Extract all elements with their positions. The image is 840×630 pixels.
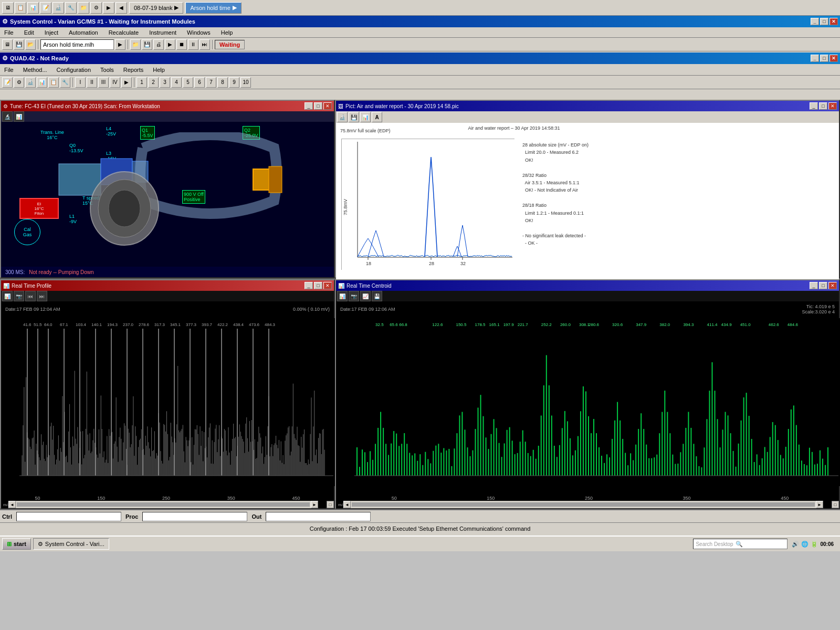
tb-stop[interactable]: ⏹ — [176, 39, 187, 50]
quad-menu-method[interactable]: Method... — [21, 66, 49, 74]
tb-open[interactable]: 📁 — [130, 39, 141, 50]
start-button[interactable]: ⊞ start — [2, 538, 31, 550]
quad-tb-1[interactable]: 📝 — [2, 77, 13, 88]
menu-help[interactable]: Help — [219, 29, 235, 36]
icon-5[interactable]: 🔬 — [52, 2, 64, 14]
quad-tb-21[interactable]: 10 — [240, 77, 251, 88]
rtp-scroll-track[interactable] — [17, 502, 310, 507]
icon-3[interactable]: 📊 — [27, 2, 39, 14]
rtc-tb-4[interactable]: 💾 — [372, 291, 382, 301]
rtp-scroll-left[interactable]: ◄ — [8, 501, 16, 508]
menu-instrument[interactable]: Instrument — [147, 29, 178, 36]
icon-2[interactable]: 📋 — [15, 2, 26, 14]
rtp-tb-3[interactable]: ⏮ — [25, 291, 36, 301]
quad-menu-help[interactable]: Help — [151, 66, 167, 74]
quad-tb-9[interactable]: III — [98, 77, 109, 88]
tab-blank[interactable]: 08-07-19 blank ▶ — [129, 2, 183, 14]
quad-menu-file[interactable]: File — [2, 66, 16, 74]
quad-tb-19[interactable]: 8 — [217, 77, 228, 88]
icon-9[interactable]: ▶ — [103, 2, 114, 14]
quad-minimize-btn[interactable]: _ — [811, 55, 819, 62]
icon-6[interactable]: 🔧 — [65, 2, 77, 14]
rtp-scrollbar[interactable]: ◄ ► — [8, 501, 318, 508]
icon-7[interactable]: 📁 — [78, 2, 89, 14]
rtp-scroll-right[interactable]: ► — [311, 501, 318, 508]
rtp-maximize[interactable]: □ — [314, 282, 322, 289]
menu-windows[interactable]: Windows — [185, 29, 213, 36]
quad-tb-13[interactable]: 2 — [148, 77, 159, 88]
toolbar-btn-1[interactable]: 🖥 — [2, 39, 13, 50]
quad-tb-18[interactable]: 7 — [206, 77, 216, 88]
tb-next[interactable]: ⏭ — [200, 39, 210, 50]
quad-tb-17[interactable]: 6 — [194, 77, 205, 88]
quad-tb-11[interactable]: ▶ — [121, 77, 132, 88]
menu-automation[interactable]: Automation — [67, 29, 100, 36]
icon-4[interactable]: 📝 — [40, 2, 51, 14]
quad-maximize-btn[interactable]: □ — [820, 55, 828, 62]
quad-tb-6[interactable]: 🔧 — [60, 77, 70, 88]
rtp-tb-1[interactable]: 📊 — [2, 291, 13, 301]
tune-tb-1[interactable]: 🔬 — [2, 111, 13, 122]
icon-1[interactable]: 🖥 — [2, 2, 14, 14]
icon-8[interactable]: ⚙ — [90, 2, 102, 14]
tb-print[interactable]: 🖨 — [153, 39, 164, 50]
rtp-close[interactable]: ✕ — [323, 282, 332, 289]
filepath-field[interactable]: Arson hold time.mlh — [40, 39, 114, 50]
tune-minimize[interactable]: _ — [304, 102, 313, 110]
taskbar-app-sysctl[interactable]: ⚙ System Control - Vari... — [33, 538, 109, 550]
menu-edit[interactable]: Edit — [22, 29, 36, 36]
close-btn[interactable]: ✕ — [830, 18, 838, 25]
pic-tb-4[interactable]: A — [372, 112, 382, 122]
quad-tb-5[interactable]: 📋 — [48, 77, 59, 88]
rtc-scroll-right[interactable]: ► — [816, 501, 823, 508]
menu-inject[interactable]: Inject — [43, 29, 60, 36]
tune-close[interactable]: ✕ — [323, 102, 332, 110]
quad-tb-16[interactable]: 5 — [183, 77, 193, 88]
tb-play[interactable]: ▶ — [165, 39, 175, 50]
quad-tb-4[interactable]: 📊 — [37, 77, 47, 88]
tab-arson[interactable]: Arson hold time ▶ — [185, 2, 241, 14]
quad-close-btn[interactable]: ✕ — [830, 55, 838, 62]
quad-tb-14[interactable]: 3 — [160, 77, 170, 88]
quad-tb-7[interactable]: I — [75, 77, 86, 88]
pic-tb-3[interactable]: 📊 — [360, 112, 371, 122]
quad-menu-reports[interactable]: Reports — [121, 66, 146, 74]
tb-save[interactable]: 💾 — [142, 39, 152, 50]
rtc-scroll-left[interactable]: ◄ — [343, 501, 351, 508]
pic-tb-1[interactable]: 🔬 — [337, 112, 348, 122]
pic-maximize[interactable]: □ — [819, 102, 827, 110]
menu-recalculate[interactable]: Recalculate — [107, 29, 141, 36]
rtc-scroll-track[interactable] — [352, 502, 815, 507]
icon-10[interactable]: ◀ — [116, 2, 127, 14]
rtc-tb-2[interactable]: 📷 — [349, 291, 359, 301]
pic-tb-2[interactable]: 💾 — [349, 112, 359, 122]
quad-tb-20[interactable]: 9 — [229, 77, 239, 88]
rtp-tb-2[interactable]: 📷 — [14, 291, 24, 301]
filepath-arrow[interactable]: ▶ — [115, 39, 125, 50]
pic-minimize[interactable]: _ — [810, 102, 818, 110]
tune-maximize[interactable]: □ — [314, 102, 322, 110]
rtc-close[interactable]: ✕ — [828, 282, 837, 289]
rtc-tb-3[interactable]: 📈 — [360, 291, 371, 301]
rtp-minimize[interactable]: _ — [304, 282, 313, 289]
quad-menu-config[interactable]: Configuration — [55, 66, 93, 74]
quad-tb-3[interactable]: 🔬 — [25, 77, 36, 88]
toolbar-btn-2[interactable]: 💾 — [14, 39, 24, 50]
rtp-tb-4[interactable]: ⏭ — [37, 291, 47, 301]
menu-file[interactable]: File — [2, 29, 16, 36]
toolbar-btn-3[interactable]: 📂 — [25, 39, 36, 50]
tb-pause[interactable]: ⏸ — [188, 39, 198, 50]
minimize-btn[interactable]: _ — [811, 18, 819, 25]
search-box[interactable]: Search Desktop 🔍 — [693, 539, 788, 549]
maximize-btn[interactable]: □ — [820, 18, 828, 25]
rtc-maximize[interactable]: □ — [819, 282, 827, 289]
rtc-scrollbar[interactable]: ◄ ► — [343, 501, 823, 508]
quad-tb-12[interactable]: 1 — [136, 77, 147, 88]
rtc-tb-1[interactable]: 📊 — [337, 291, 348, 301]
quad-menu-tools[interactable]: Tools — [98, 66, 116, 74]
pic-close[interactable]: ✕ — [828, 102, 837, 110]
tune-tb-2[interactable]: 📊 — [14, 111, 24, 122]
quad-tb-15[interactable]: 4 — [171, 77, 182, 88]
quad-tb-2[interactable]: ⚙ — [14, 77, 24, 88]
quad-tb-10[interactable]: IV — [110, 77, 120, 88]
